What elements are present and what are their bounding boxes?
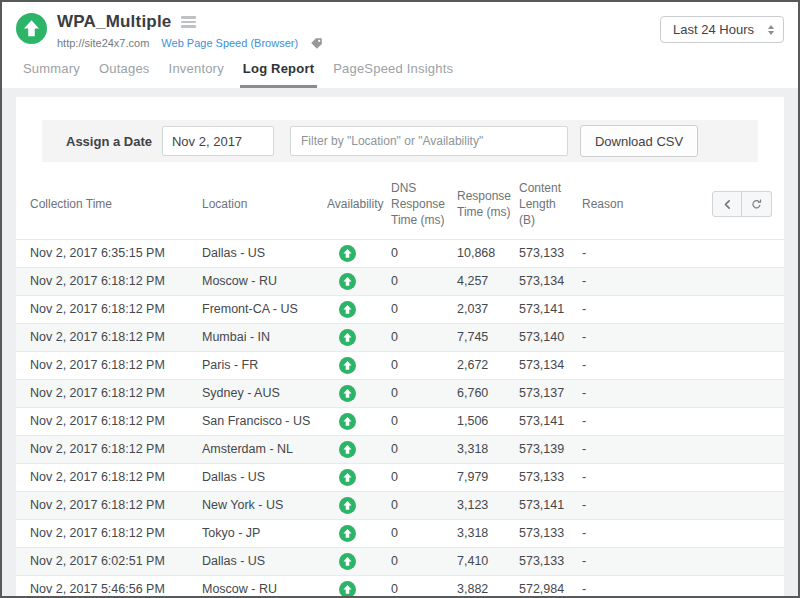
cell-dns-response-time: 0 [391, 463, 457, 491]
cell-response-time: 3,882 [457, 575, 519, 596]
table-row[interactable]: Nov 2, 2017 6:18:12 PM Tokyo - JP 0 3,31… [16, 519, 784, 547]
table-row[interactable]: Nov 2, 2017 5:46:56 PM Moscow - RU 0 3,8… [16, 575, 784, 596]
hamburger-menu-icon[interactable] [181, 16, 196, 28]
table-row[interactable]: Nov 2, 2017 6:18:12 PM Sydney - AUS 0 6,… [16, 379, 784, 407]
table-row[interactable]: Nov 2, 2017 6:02:51 PM Dallas - US 0 7,4… [16, 547, 784, 575]
cell-location: Tokyo - JP [202, 519, 327, 547]
cell-dns-response-time: 0 [391, 295, 457, 323]
cell-availability [327, 323, 391, 351]
col-header-reason: Reason [582, 170, 712, 239]
cell-content-length: 573,133 [519, 547, 582, 575]
table-row[interactable]: Nov 2, 2017 6:18:12 PM Mumbai - IN 0 7,7… [16, 323, 784, 351]
cell-response-time: 3,123 [457, 491, 519, 519]
cell-collection-time: Nov 2, 2017 6:18:12 PM [16, 435, 202, 463]
cell-reason: - [582, 463, 712, 491]
cell-dns-response-time: 0 [391, 351, 457, 379]
tab-pagespeed-insights[interactable]: PageSpeed Insights [330, 61, 456, 88]
page-background: Assign a Date Download CSV Collection Ti… [2, 88, 798, 596]
cell-reason: - [582, 323, 712, 351]
table-row[interactable]: Nov 2, 2017 6:18:12 PM Dallas - US 0 7,9… [16, 463, 784, 491]
cell-response-time: 3,318 [457, 519, 519, 547]
monitor-type-link[interactable]: Web Page Speed (Browser) [161, 37, 298, 49]
cell-dns-response-time: 0 [391, 519, 457, 547]
cell-dns-response-time: 0 [391, 491, 457, 519]
assign-date-label: Assign a Date [66, 134, 152, 149]
table-row[interactable]: Nov 2, 2017 6:18:12 PM Moscow - RU 0 4,2… [16, 267, 784, 295]
chevron-left-icon [721, 198, 734, 211]
tab-log-report[interactable]: Log Report [240, 61, 317, 88]
col-header-collection-time: Collection Time [16, 170, 202, 239]
cell-dns-response-time: 0 [391, 379, 457, 407]
cell-collection-time: Nov 2, 2017 5:46:56 PM [16, 575, 202, 596]
cell-reason: - [582, 379, 712, 407]
cell-availability [327, 267, 391, 295]
cell-location: Sydney - AUS [202, 379, 327, 407]
availability-up-icon [339, 273, 356, 290]
cell-collection-time: Nov 2, 2017 6:18:12 PM [16, 323, 202, 351]
filter-bar: Assign a Date Download CSV [42, 120, 758, 162]
tab-outages[interactable]: Outages [96, 61, 153, 88]
filter-input[interactable] [290, 126, 568, 156]
cell-empty [712, 351, 784, 379]
cell-empty [712, 323, 784, 351]
cell-location: San Francisco - US [202, 407, 327, 435]
cell-empty [712, 435, 784, 463]
cell-collection-time: Nov 2, 2017 6:35:15 PM [16, 239, 202, 267]
availability-up-icon [339, 553, 356, 570]
cell-content-length: 573,139 [519, 435, 582, 463]
cell-location: Paris - FR [202, 351, 327, 379]
download-csv-button[interactable]: Download CSV [580, 125, 698, 157]
time-range-select[interactable]: Last 24 Hours [660, 16, 784, 43]
tag-icon[interactable] [310, 36, 323, 49]
cell-empty [712, 379, 784, 407]
col-header-response-time: Response Time (ms) [457, 170, 519, 239]
select-spinner-icon [768, 25, 774, 35]
table-row[interactable]: Nov 2, 2017 6:18:12 PM San Francisco - U… [16, 407, 784, 435]
cell-reason: - [582, 519, 712, 547]
cell-collection-time: Nov 2, 2017 6:18:12 PM [16, 351, 202, 379]
cell-location: Fremont-CA - US [202, 295, 327, 323]
cell-dns-response-time: 0 [391, 323, 457, 351]
refresh-button[interactable] [742, 191, 772, 217]
cell-content-length: 573,133 [519, 463, 582, 491]
cell-response-time: 7,410 [457, 547, 519, 575]
cell-collection-time: Nov 2, 2017 6:18:12 PM [16, 267, 202, 295]
table-row[interactable]: Nov 2, 2017 6:18:12 PM Paris - FR 0 2,67… [16, 351, 784, 379]
tab-inventory[interactable]: Inventory [166, 61, 227, 88]
table-row[interactable]: Nov 2, 2017 6:18:12 PM New York - US 0 3… [16, 491, 784, 519]
cell-empty [712, 267, 784, 295]
cell-content-length: 573,141 [519, 295, 582, 323]
monitor-status-up-icon [16, 13, 47, 44]
cell-reason: - [582, 407, 712, 435]
cell-availability [327, 351, 391, 379]
availability-up-icon [339, 497, 356, 514]
col-header-location: Location [202, 170, 327, 239]
availability-up-icon [339, 329, 356, 346]
availability-up-icon [339, 301, 356, 318]
date-input[interactable] [162, 126, 274, 156]
table-row[interactable]: Nov 2, 2017 6:18:12 PM Fremont-CA - US 0… [16, 295, 784, 323]
cell-content-length: 573,140 [519, 323, 582, 351]
cell-availability [327, 379, 391, 407]
col-header-content-length: Content Length (B) [519, 170, 582, 239]
cell-empty [712, 547, 784, 575]
cell-availability [327, 295, 391, 323]
table-row[interactable]: Nov 2, 2017 6:35:15 PM Dallas - US 0 10,… [16, 239, 784, 267]
cell-location: Dallas - US [202, 463, 327, 491]
cell-content-length: 573,133 [519, 519, 582, 547]
cell-response-time: 10,868 [457, 239, 519, 267]
monitor-title: WPA_Multiple [57, 12, 171, 32]
availability-up-icon [339, 469, 356, 486]
cell-location: Moscow - RU [202, 575, 327, 596]
log-table: Collection Time Location Availability DN… [16, 170, 784, 596]
table-row[interactable]: Nov 2, 2017 6:18:12 PM Amsterdam - NL 0 … [16, 435, 784, 463]
availability-up-icon [339, 357, 356, 374]
cell-collection-time: Nov 2, 2017 6:18:12 PM [16, 295, 202, 323]
cell-content-length: 573,134 [519, 351, 582, 379]
monitor-tabs: Summary Outages Inventory Log Report Pag… [16, 61, 784, 88]
collapse-back-button[interactable] [712, 191, 742, 217]
cell-collection-time: Nov 2, 2017 6:18:12 PM [16, 463, 202, 491]
tab-summary[interactable]: Summary [20, 61, 83, 88]
availability-up-icon [339, 581, 356, 596]
table-header-row: Collection Time Location Availability DN… [16, 170, 784, 239]
